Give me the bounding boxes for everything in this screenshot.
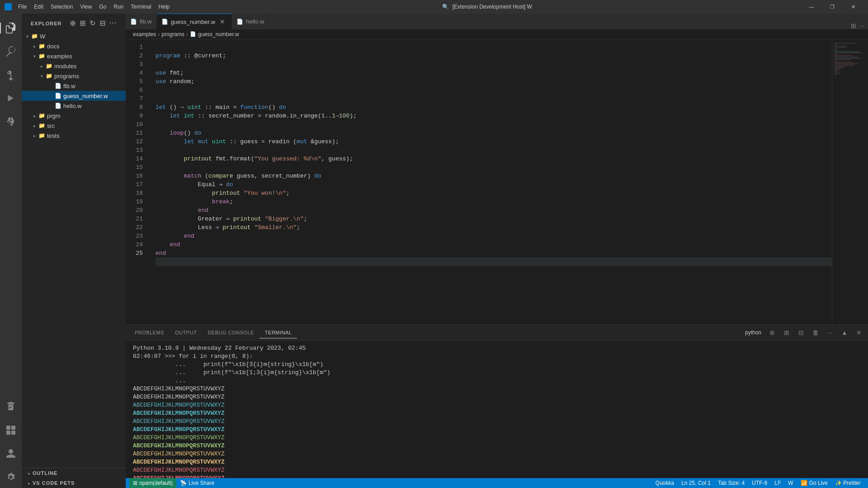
vs-code-pets-section[interactable]: ▸ VS CODE PETS — [22, 478, 126, 488]
status-encoding[interactable]: UTF-8 — [748, 478, 771, 488]
breadcrumb-file-icon: 📄 — [190, 31, 196, 37]
collapse-icon[interactable]: ⊟ — [99, 19, 106, 28]
new-folder-icon[interactable]: ⊞ — [80, 19, 86, 28]
terminal-content[interactable]: Python 3.10.9 | Wednesday 22 February 20… — [126, 341, 868, 478]
tree-item-programs[interactable]: ▾ 📁 programs — [22, 71, 126, 81]
breadcrumb-examples[interactable]: examples — [133, 31, 156, 38]
code-editor[interactable]: 12345 678910 1112131415 1617181920 21222… — [126, 39, 868, 324]
tab-guess-number[interactable]: 📄 guess_number.w ✕ — [157, 14, 232, 29]
tree-item-modules[interactable]: ▸ 📁 modules — [22, 61, 126, 71]
python-label: python — [745, 329, 761, 336]
tab-hello-label: hello.w — [246, 18, 264, 25]
testing-activity-icon[interactable] — [0, 396, 22, 418]
editor-terminal-split: 12345 678910 1112131415 1617181920 21222… — [126, 39, 868, 478]
tab-fib[interactable]: 📄 fib.w — [126, 14, 157, 29]
remote-activity-icon[interactable] — [0, 419, 22, 441]
refresh-icon[interactable]: ↻ — [90, 19, 96, 28]
tab-hello[interactable]: 📄 hello.w — [232, 14, 269, 29]
svg-rect-3 — [11, 431, 15, 435]
tree-item-prgm[interactable]: ▸ 📁 prgm — [22, 111, 126, 121]
tree-item-hello-w[interactable]: ▸ 📄 hello.w — [22, 101, 126, 111]
status-tab-size[interactable]: Tab Size: 4 — [714, 478, 748, 488]
remote-status-label: opam(default) — [139, 480, 173, 486]
tab-close-button[interactable]: ✕ — [218, 17, 227, 26]
terminal-kill-button[interactable]: 🗑 — [810, 327, 821, 338]
more-options-icon[interactable]: ··· — [109, 19, 117, 28]
tree-item-tests[interactable]: ▸ 📁 tests — [22, 131, 126, 141]
term-out-12: ABCDEFGHIJKLMNOPQRSTUVWXYZ — [133, 474, 861, 478]
close-button[interactable]: ✕ — [843, 0, 863, 14]
settings-activity-icon[interactable] — [0, 466, 22, 488]
tab-problems[interactable]: PROBLEMS — [129, 327, 170, 338]
tree-item-examples[interactable]: ▾ 📁 examples — [22, 51, 126, 61]
extensions-activity-icon[interactable] — [0, 111, 22, 133]
tree-item-w[interactable]: ▾ 📁 W — [22, 31, 126, 41]
vs-code-pets-label: VS CODE PETS — [33, 480, 75, 486]
menu-selection[interactable]: Selection — [47, 2, 76, 12]
terminal-split-button[interactable]: ⊞ — [781, 327, 792, 338]
chevron-icon: ▾ — [38, 72, 45, 80]
account-activity-icon[interactable] — [0, 443, 22, 465]
term-out-6: ABCDEFGHIJKLMNOPQRSTUVWXYZ — [133, 426, 861, 434]
tree-item-guess-number-w[interactable]: ▸ 📄 guess_number.w — [22, 91, 126, 101]
status-ln-col[interactable]: Ln 25, Col 1 — [678, 478, 714, 488]
more-tab-actions-icon[interactable]: ··· — [859, 22, 864, 29]
terminal-close-button[interactable]: ✕ — [854, 327, 864, 338]
status-liveshare[interactable]: 📡 Live Share — [176, 478, 218, 488]
split-editor-icon[interactable]: ⊞ — [851, 22, 856, 29]
status-language[interactable]: W — [784, 478, 797, 488]
menu-edit[interactable]: Edit — [30, 2, 47, 12]
file-tree: ▾ 📁 W ▸ 📁 docs ▾ 📁 examples ▸ 📁 modules — [22, 31, 126, 468]
chevron-icon: ▸ — [31, 122, 38, 129]
maximize-button[interactable]: ❐ — [822, 0, 843, 14]
term-line-3: ... print(f"\x1b[1;3{i}m{string}\x1b[m") — [133, 369, 861, 377]
menu-run[interactable]: Run — [110, 2, 127, 12]
new-file-icon[interactable]: ⊕ — [70, 19, 76, 28]
tab-output[interactable]: OUTPUT — [170, 327, 202, 338]
tree-item-fib-w[interactable]: ▸ 📄 fib.w — [22, 81, 126, 91]
file-icon: 📄 — [54, 102, 61, 109]
status-quokka[interactable]: Quokka — [652, 478, 678, 488]
terminal-layout-button[interactable]: ⊟ — [796, 327, 807, 338]
app-icon — [5, 3, 12, 10]
search-activity-icon[interactable] — [0, 41, 22, 62]
sidebar-header-icons: ⊕ ⊞ ↻ ⊟ ··· — [70, 19, 117, 28]
menu-file[interactable]: File — [14, 2, 30, 12]
menu-go[interactable]: Go — [95, 2, 110, 12]
tree-item-docs[interactable]: ▸ 📁 docs — [22, 41, 126, 51]
ln-col-label: Ln 25, Col 1 — [681, 480, 711, 486]
menu-view[interactable]: View — [76, 2, 95, 12]
tree-label-examples: examples — [47, 53, 72, 60]
status-go-live[interactable]: 📶 Go Live — [797, 478, 831, 488]
outline-section[interactable]: ▸ OUTLINE — [22, 468, 126, 478]
tab-debug-console[interactable]: DEBUG CONSOLE — [202, 327, 259, 338]
code-lines[interactable]: program :: @current; use fmt; use random… — [148, 39, 832, 324]
chevron-icon: ▸ — [31, 132, 38, 139]
svg-rect-2 — [6, 431, 10, 435]
status-line-ending[interactable]: LF — [771, 478, 784, 488]
status-prettier[interactable]: ✨ Prettier — [831, 478, 864, 488]
breadcrumb-separator2: › — [186, 31, 188, 38]
minimize-button[interactable]: — — [801, 0, 822, 14]
explorer-activity-icon[interactable] — [0, 17, 22, 39]
titlebar: File Edit Selection View Go Run Terminal… — [0, 0, 868, 14]
status-remote[interactable]: ⊞ opam(default) — [129, 478, 176, 488]
quokka-label: Quokka — [656, 480, 674, 486]
terminal-more-button[interactable]: ··· — [825, 327, 835, 338]
chevron-icon: ▸ — [25, 469, 33, 477]
tab-terminal[interactable]: TERMINAL — [259, 327, 297, 338]
breadcrumb-separator: › — [158, 31, 160, 38]
terminal-add-button[interactable]: ⊕ — [767, 327, 778, 338]
menu-terminal[interactable]: Terminal — [127, 2, 155, 12]
terminal-maximize-button[interactable]: ▲ — [839, 327, 850, 338]
tabs-bar: 📄 fib.w 📄 guess_number.w ✕ 📄 hello.w ⊞ ·… — [126, 14, 868, 29]
chevron-icon: ▸ — [25, 479, 33, 487]
breadcrumb-programs[interactable]: programs — [161, 31, 184, 38]
minimap — [832, 39, 868, 324]
tree-item-src[interactable]: ▸ 📁 src — [22, 121, 126, 131]
go-live-icon: 📶 — [801, 480, 807, 486]
source-control-activity-icon[interactable] — [0, 64, 22, 86]
menu-help[interactable]: Help — [155, 2, 174, 12]
run-debug-activity-icon[interactable] — [0, 88, 22, 109]
breadcrumb-filename[interactable]: guess_number.w — [198, 31, 239, 38]
